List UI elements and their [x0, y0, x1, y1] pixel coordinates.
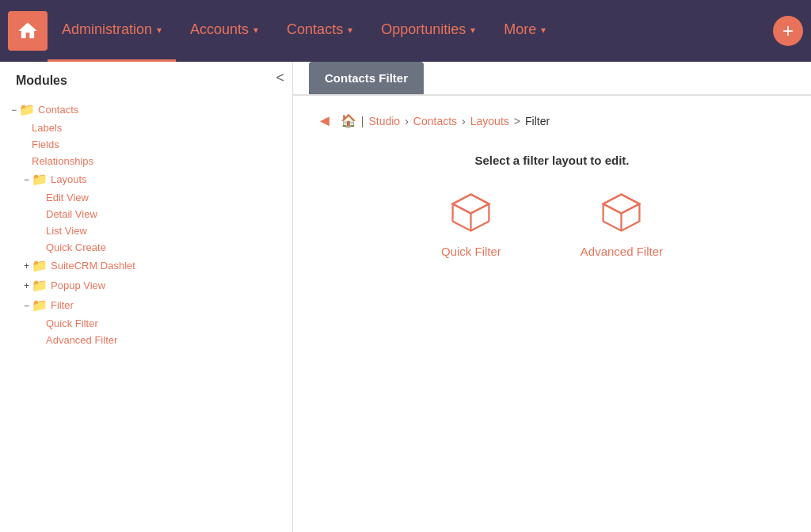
tree-expand-icon[interactable]: +	[24, 280, 29, 291]
chevron-down-icon: ▾	[348, 25, 352, 36]
tree-label-fields[interactable]: Fields	[32, 139, 59, 150]
folder-icon: 📁	[32, 258, 48, 273]
chevron-down-icon: ▾	[470, 25, 475, 36]
tree-item-edit-view[interactable]: Edit View	[8, 189, 284, 206]
nav-item-administration[interactable]: Administration ▾	[48, 0, 176, 62]
svg-line-4	[471, 204, 489, 214]
folder-icon: 📁	[32, 298, 48, 313]
tree-item-list-view[interactable]: List View	[8, 222, 284, 239]
filter-select-title: Select a filter layout to edit.	[317, 154, 787, 167]
quick-filter-icon	[449, 191, 493, 237]
tree-label-popup-view[interactable]: Popup View	[51, 279, 105, 291]
nav-item-accounts[interactable]: Accounts ▾	[176, 0, 272, 62]
back-arrow-icon: ◄	[317, 112, 333, 130]
tree-label-quick-create[interactable]: Quick Create	[46, 241, 106, 253]
breadcrumb-contacts[interactable]: Contacts	[413, 115, 457, 127]
svg-line-3	[453, 204, 471, 214]
tree-item-quick-filter[interactable]: Quick Filter	[8, 315, 284, 332]
nav-item-opportunities[interactable]: Opportunities ▾	[367, 0, 489, 62]
tree-item-quick-create[interactable]: Quick Create	[8, 239, 284, 256]
folder-icon: 📁	[19, 102, 35, 117]
tree-item-popup-view[interactable]: + 📁 Popup View	[8, 276, 284, 295]
tree-label-layouts[interactable]: Layouts	[51, 173, 87, 185]
svg-marker-1	[453, 195, 489, 214]
tree-label-list-view[interactable]: List View	[46, 225, 87, 237]
tree-label-contacts[interactable]: Contacts	[38, 104, 78, 116]
content-body: ◄ 🏠 | Studio › Contacts › Layouts > Filt…	[293, 96, 811, 274]
tree-label-filter[interactable]: Filter	[51, 299, 74, 311]
tree-expand-icon[interactable]: −	[11, 104, 17, 116]
tree-expand-icon[interactable]: +	[24, 260, 29, 272]
tree-label-advanced-filter[interactable]: Advanced Filter	[46, 334, 117, 346]
tree-label-relationships[interactable]: Relationships	[32, 155, 93, 167]
filter-option-quick[interactable]: Quick Filter	[441, 191, 501, 258]
tab-contacts-filter[interactable]: Contacts Filter	[309, 62, 424, 94]
folder-icon: 📁	[32, 278, 48, 293]
breadcrumb-layouts[interactable]: Layouts	[470, 115, 509, 127]
tree-label-detail-view[interactable]: Detail View	[46, 208, 97, 220]
main-container: < Modules − 📁 Contacts Labels Fields Rel…	[0, 62, 811, 532]
tree-item-detail-view[interactable]: Detail View	[8, 206, 284, 222]
tree-item-relationships[interactable]: Relationships	[8, 153, 284, 169]
advanced-filter-label[interactable]: Advanced Filter	[581, 245, 663, 258]
add-button[interactable]: +	[773, 16, 803, 46]
chevron-down-icon: ▾	[541, 25, 546, 36]
tab-bar: Contacts Filter	[293, 62, 811, 96]
tree-expand-icon[interactable]: −	[24, 300, 29, 311]
tree-label-quick-filter[interactable]: Quick Filter	[46, 317, 98, 329]
tree-item-labels[interactable]: Labels	[8, 120, 284, 136]
home-button[interactable]	[8, 11, 48, 51]
sidebar-title: Modules	[0, 62, 292, 96]
chevron-down-icon: ▾	[253, 25, 258, 36]
nav-items: Administration ▾ Accounts ▾ Contacts ▾ O…	[48, 0, 773, 62]
tree-item-advanced-filter[interactable]: Advanced Filter	[8, 332, 284, 348]
back-button[interactable]: ◄	[317, 112, 333, 130]
tree-container: − 📁 Contacts Labels Fields Relationships…	[0, 96, 292, 356]
svg-line-9	[622, 204, 640, 214]
filter-options: Quick Filter Advanced Filter	[317, 191, 787, 258]
top-navigation: Administration ▾ Accounts ▾ Contacts ▾ O…	[0, 0, 811, 62]
svg-marker-6	[603, 195, 640, 214]
folder-icon: 📁	[32, 172, 48, 187]
chevron-down-icon: ▾	[157, 25, 162, 36]
home-breadcrumb-icon[interactable]: 🏠	[341, 113, 356, 128]
tree-item-contacts-root[interactable]: − 📁 Contacts	[8, 100, 284, 120]
content-area: Contacts Filter ◄ 🏠 | Studio › Contacts …	[293, 62, 811, 532]
svg-line-8	[603, 204, 622, 214]
breadcrumb-filter: Filter	[525, 115, 550, 127]
filter-option-advanced[interactable]: Advanced Filter	[581, 191, 663, 258]
tree-item-fields[interactable]: Fields	[8, 136, 284, 153]
tree-item-layouts[interactable]: − 📁 Layouts	[8, 169, 284, 189]
tree-expand-icon[interactable]: −	[24, 174, 29, 185]
tree-item-filter[interactable]: − 📁 Filter	[8, 295, 284, 315]
nav-item-contacts[interactable]: Contacts ▾	[272, 0, 367, 62]
tree-label-edit-view[interactable]: Edit View	[46, 192, 89, 203]
nav-item-more[interactable]: More ▾	[489, 0, 560, 62]
quick-filter-label[interactable]: Quick Filter	[441, 245, 501, 258]
breadcrumb-studio[interactable]: Studio	[368, 115, 400, 127]
sidebar: < Modules − 📁 Contacts Labels Fields Rel…	[0, 62, 293, 532]
tree-item-suitecrm-dashlet[interactable]: + 📁 SuiteCRM Dashlet	[8, 256, 284, 276]
breadcrumb: ◄ 🏠 | Studio › Contacts › Layouts > Filt…	[317, 112, 787, 130]
tree-label-suitecrm-dashlet[interactable]: SuiteCRM Dashlet	[51, 260, 135, 272]
sidebar-collapse-button[interactable]: <	[276, 70, 284, 86]
tree-label-labels[interactable]: Labels	[32, 122, 62, 134]
advanced-filter-icon	[600, 191, 643, 237]
